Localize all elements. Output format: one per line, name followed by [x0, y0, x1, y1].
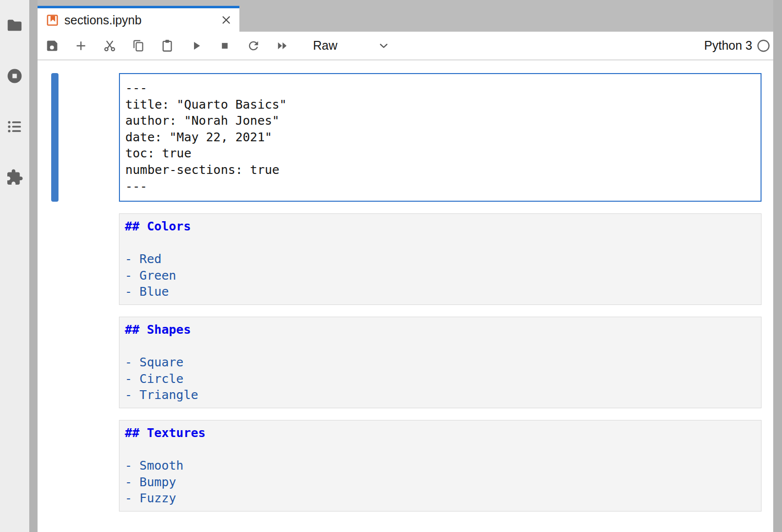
- notebook-toolbar: Raw Python 3: [38, 32, 773, 60]
- code-line: author: "Norah Jones": [125, 113, 755, 129]
- list-icon: [6, 118, 23, 135]
- fast-forward-icon: [275, 39, 289, 53]
- interrupt-kernel-button[interactable]: [217, 38, 232, 53]
- plus-icon: [74, 39, 88, 53]
- markdown-heading: ## Colors: [125, 218, 756, 235]
- table-of-contents-tab[interactable]: [6, 118, 23, 135]
- cell-type-value: Raw: [313, 38, 337, 53]
- markdown-list-item: - Circle: [125, 371, 756, 387]
- code-line: number-sections: true: [125, 162, 755, 178]
- kernel-idle-circle-icon[interactable]: [757, 39, 770, 53]
- run-cell-button[interactable]: [189, 38, 203, 53]
- markdown-list-item: - Square: [125, 354, 756, 371]
- code-line: ---: [125, 80, 755, 96]
- close-icon[interactable]: [220, 14, 233, 26]
- kernel-name: Python 3: [704, 38, 752, 53]
- markdown-list-item: - Red: [125, 251, 756, 267]
- save-icon: [45, 39, 59, 53]
- cell-type-dropdown[interactable]: Raw: [313, 38, 390, 53]
- extension-manager-tab[interactable]: [6, 169, 23, 186]
- stop-circle-icon: [6, 67, 23, 85]
- notebook-panel: --- title: "Quarto Basics" author: "Nora…: [38, 60, 773, 532]
- markdown-cell-shapes[interactable]: ## Shapes - Square - Circle - Triangle: [119, 317, 762, 408]
- main-dock-panel: sections.ipynb: [38, 0, 773, 532]
- markdown-list-item: - Fuzzy: [125, 490, 756, 507]
- activity-sidebar: [0, 0, 29, 532]
- running-sessions-tab[interactable]: [6, 67, 23, 85]
- markdown-list-item: - Green: [125, 267, 756, 284]
- kernel-area: Python 3: [704, 38, 773, 53]
- blank-line: [125, 338, 756, 355]
- file-browser-tab[interactable]: [6, 17, 23, 34]
- markdown-list-item: - Smooth: [125, 457, 756, 474]
- copy-cell-button[interactable]: [131, 38, 146, 53]
- markdown-list-item: - Triangle: [125, 387, 756, 403]
- tab-bar: sections.ipynb: [38, 0, 773, 32]
- markdown-list-item: - Bumpy: [125, 474, 756, 491]
- tab-title: sections.ipynb: [64, 13, 220, 27]
- stop-icon: [218, 39, 232, 53]
- markdown-cell-textures[interactable]: ## Textures - Smooth - Bumpy - Fuzzy: [119, 420, 762, 512]
- code-line: date: "May 22, 2021": [125, 129, 755, 146]
- code-line: toc: true: [125, 145, 755, 162]
- refresh-icon: [247, 39, 260, 53]
- restart-kernel-button[interactable]: [246, 38, 261, 53]
- blank-line: [125, 235, 756, 251]
- folder-icon: [6, 17, 23, 34]
- copy-icon: [132, 39, 145, 53]
- notebook-icon: [46, 14, 59, 27]
- paste-cell-button[interactable]: [160, 38, 175, 53]
- markdown-heading: ## Textures: [125, 425, 756, 441]
- tab-sections-ipynb[interactable]: sections.ipynb: [38, 6, 239, 32]
- clipboard-icon: [160, 39, 174, 53]
- right-edge-strip: [773, 0, 782, 532]
- save-button[interactable]: [45, 38, 59, 53]
- puzzle-icon: [6, 169, 23, 186]
- blank-line: [125, 441, 756, 458]
- markdown-heading: ## Shapes: [125, 322, 756, 338]
- play-icon: [189, 39, 203, 53]
- jupyterlab-window: sections.ipynb: [0, 0, 782, 532]
- cut-cell-button[interactable]: [102, 38, 117, 53]
- markdown-cell-colors[interactable]: ## Colors - Red - Green - Blue: [119, 213, 762, 305]
- insert-cell-button[interactable]: [74, 38, 88, 53]
- markdown-list-item: - Blue: [125, 284, 756, 300]
- code-line: ---: [125, 178, 755, 195]
- scissors-icon: [103, 39, 117, 53]
- chevron-down-icon: [377, 39, 390, 52]
- active-cell-collapser[interactable]: [51, 73, 59, 202]
- restart-run-all-button[interactable]: [275, 38, 290, 53]
- raw-cell-frontmatter[interactable]: --- title: "Quarto Basics" author: "Nora…: [119, 73, 762, 202]
- code-line: title: "Quarto Basics": [125, 96, 755, 113]
- sidebar-splitter[interactable]: [29, 0, 38, 532]
